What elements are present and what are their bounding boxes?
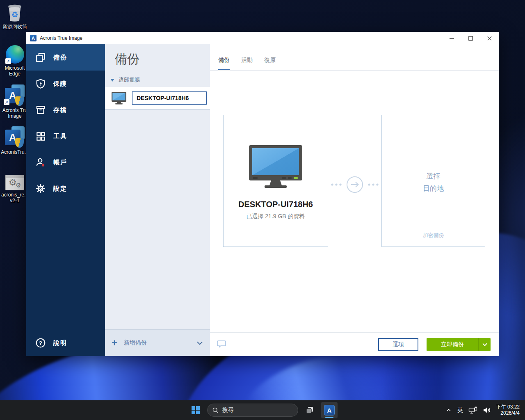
titlebar[interactable]: A Acronis True Image	[26, 32, 499, 44]
sidebar-item-tools[interactable]: 工具	[26, 123, 105, 149]
sidebar-item-account[interactable]: 帳戶	[26, 149, 105, 176]
desktop-icon-recycle-bin[interactable]: ♻ 資源回收筒	[1, 2, 29, 30]
taskbar-search[interactable]: 搜尋	[207, 404, 298, 417]
sidebar-item-protection[interactable]: 保護	[26, 71, 105, 97]
computer-large-icon	[249, 145, 303, 190]
gear-icon	[35, 183, 46, 194]
desktop: ♻ 資源回收筒 ↗ Microsoft Edge A ↗ Acronis Tru…	[0, 0, 525, 420]
windows-logo-icon	[192, 406, 200, 414]
tray-chevron-up-icon[interactable]	[445, 407, 452, 413]
sidebar-item-label: 存檔	[53, 106, 67, 114]
recycle-bin-icon: ♻	[5, 2, 24, 22]
acronis-logo-icon: A ↗	[4, 84, 25, 106]
tray-time: 下午 03:22	[496, 404, 520, 410]
desktop-icon-label: Image	[8, 113, 21, 119]
desktop-icon-acronis-installer[interactable]: A AcronisTru...	[1, 126, 29, 155]
backup-list-item[interactable]: DESKTOP-UI718H6	[105, 87, 210, 110]
tab-activity[interactable]: 活動	[241, 57, 253, 70]
maximize-button[interactable]	[461, 32, 480, 44]
close-icon	[487, 36, 492, 41]
backup-now-button[interactable]: 立即備份	[427, 338, 478, 351]
sidebar-item-label: 備份	[53, 54, 67, 62]
backup-name-input[interactable]: DESKTOP-UI718H6	[132, 91, 207, 105]
backup-now-dropdown[interactable]	[478, 338, 491, 351]
backup-content: DESKTOP-UI718H6 已選擇 21.9 GB 的資料 選	[210, 71, 499, 332]
destination-label-line1: 選擇	[382, 170, 485, 183]
chevron-down-icon	[482, 343, 487, 346]
sidebar-item-backup[interactable]: 備份	[26, 44, 105, 71]
main-area: 備份 活動 復原	[210, 44, 499, 356]
chevron-down-icon[interactable]	[197, 341, 203, 345]
help-icon: ?	[35, 338, 46, 348]
feedback-bubble-icon[interactable]	[217, 340, 226, 349]
svg-text:♻: ♻	[11, 10, 18, 19]
task-view-icon	[305, 406, 314, 415]
network-icon[interactable]	[468, 406, 477, 414]
acronis-window: A Acronis True Image	[26, 32, 499, 356]
search-icon	[212, 407, 219, 413]
group-this-computer[interactable]: 這部電腦	[105, 75, 210, 85]
volume-icon[interactable]	[483, 406, 491, 414]
edge-icon: ↗	[6, 45, 24, 64]
backup-list-panel: 備份 這部電腦 DESKTOP-UI718H6 +	[105, 44, 210, 356]
shield-lightning-icon	[35, 78, 46, 89]
taskbar-clock[interactable]: 下午 03:22 2026/4/4	[496, 404, 520, 416]
source-computer-name: DESKTOP-UI718H6	[224, 200, 328, 209]
desktop-icon-label: AcronisTru...	[1, 149, 29, 155]
source-data-size: 已選擇 21.9 GB 的資料	[224, 213, 328, 220]
encrypted-backup-link[interactable]: 加密備份	[382, 232, 485, 239]
acronis-logo-icon: A	[4, 126, 25, 148]
computer-icon	[111, 91, 127, 105]
active-app-indicator	[325, 417, 333, 418]
maximize-icon	[468, 36, 473, 41]
desktop-icon-label: 資源回收筒	[2, 24, 27, 30]
add-backup-button[interactable]: + 新增備份	[105, 329, 210, 356]
options-button[interactable]: 選項	[378, 338, 418, 351]
window-title: Acronis True Image	[40, 35, 82, 41]
sidebar-item-settings[interactable]: 設定	[26, 176, 105, 202]
start-button[interactable]	[187, 402, 204, 418]
backup-icon	[35, 52, 46, 63]
backup-now-split-button: 立即備份	[427, 338, 491, 351]
minimize-icon	[450, 36, 454, 41]
sidebar-item-label: 設定	[53, 185, 67, 193]
sidebar-item-label: 帳戶	[53, 159, 67, 167]
sidebar-item-help[interactable]: ? 說明	[26, 330, 105, 356]
minimize-button[interactable]	[442, 32, 461, 44]
desktop-icon-edge[interactable]: ↗ Microsoft Edge	[1, 45, 29, 77]
app-logo-icon: A	[30, 35, 37, 41]
sidebar-item-archive[interactable]: 存檔	[26, 97, 105, 123]
desktop-icon-acronis-shortcut[interactable]: A ↗ Acronis Tru Image	[1, 84, 29, 119]
panel-title: 備份	[105, 44, 210, 71]
shield-badge-icon	[15, 138, 24, 148]
shortcut-arrow-icon: ↗	[4, 99, 9, 105]
arrow-right-icon	[330, 176, 379, 194]
source-card[interactable]: DESKTOP-UI718H6 已選擇 21.9 GB 的資料	[223, 115, 328, 247]
tools-grid-icon	[35, 131, 46, 142]
desktop-icon-acronis-setup-file[interactable]: ⚙ ⚙ acronis_re... v2-1	[1, 175, 29, 203]
ime-indicator[interactable]: 英	[457, 406, 463, 414]
shortcut-arrow-icon: ↗	[5, 58, 11, 64]
task-view-button[interactable]	[301, 402, 318, 418]
account-person-icon	[35, 157, 46, 168]
sidebar-item-label: 工具	[53, 132, 67, 140]
destination-card[interactable]: 選擇 目的地 加密備份	[381, 115, 485, 247]
tab-backup[interactable]: 備份	[218, 57, 230, 70]
tab-recovery[interactable]: 復原	[264, 57, 276, 70]
add-backup-label: 新增備份	[124, 339, 147, 347]
taskbar-acronis-app[interactable]: A	[321, 402, 338, 418]
close-button[interactable]	[480, 32, 499, 44]
group-label: 這部電腦	[119, 76, 140, 84]
tabs: 備份 活動 復原	[210, 44, 499, 71]
desktop-icon-label: Edge	[9, 71, 21, 77]
sidebar-item-label: 保護	[53, 80, 67, 88]
search-placeholder: 搜尋	[222, 406, 234, 414]
acronis-taskbar-icon: A	[324, 405, 335, 415]
sidebar-item-label: 說明	[53, 339, 67, 347]
taskbar: 搜尋 A 英	[0, 400, 525, 420]
desktop-icon-label: v2-1	[10, 198, 19, 203]
desktop-icon-label: Acronis Tru	[2, 107, 27, 113]
setup-gears-icon: ⚙ ⚙	[5, 175, 24, 190]
tray-date: 2026/4/4	[496, 410, 520, 416]
shield-badge-icon	[15, 96, 24, 106]
